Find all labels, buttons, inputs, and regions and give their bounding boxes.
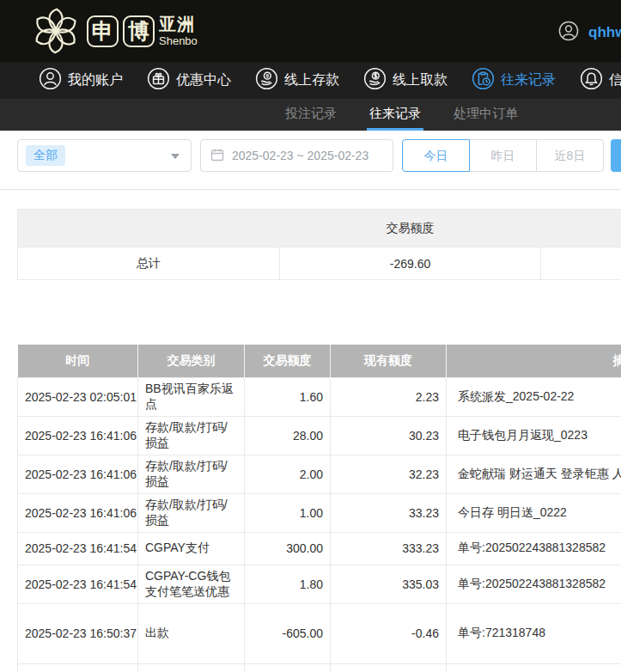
cell-amount: 1.00 <box>245 493 331 532</box>
today-button[interactable]: 今日 <box>402 139 470 172</box>
last-8-days-button[interactable]: 近8日 <box>536 139 604 172</box>
column-header-type: 交易类别 <box>138 345 245 377</box>
cell-summary: 单号:721318748 <box>447 603 621 663</box>
filter-bar: 全部 2025-02-23 ~ 2025-02-23 今日 昨日 近8日 <box>17 139 621 172</box>
cell-balance: 335.03 <box>331 565 447 603</box>
nav-item-label: 往来记录 <box>501 71 556 89</box>
table-row: 2025-02-23 16:41:54 CGPAY-CG钱包支付笔笔送优惠 1.… <box>18 565 621 603</box>
nav-item-my-account[interactable]: 我的账户 <box>39 67 123 94</box>
cell-summary: 单号:721318748 <box>447 663 621 672</box>
record-tabs: 投注记录 往来记录 处理中订单 <box>0 99 621 131</box>
cell-type: BB视讯百家乐返点 <box>138 377 245 416</box>
cell-type: CGPAY-CG钱包支付笔笔送优惠 <box>138 565 245 603</box>
table-row: 2025-02-23 16:41:06 存款/取款/打码/损益 1.00 33.… <box>18 493 621 532</box>
brand-logo[interactable]: 申 博 亚洲 Shenbo <box>29 5 198 57</box>
nav-item-label: 信 <box>609 71 621 89</box>
type-select-value: 全部 <box>26 145 65 166</box>
summary-total-value: -269.60 <box>279 247 541 280</box>
search-button[interactable] <box>611 139 621 172</box>
logo-subtext: 亚洲 Shenbo <box>159 15 198 46</box>
cell-time: 2025-02-23 16:41:06 <box>18 455 138 493</box>
date-range-input[interactable]: 2025-02-23 ~ 2025-02-23 <box>200 139 393 172</box>
cell-time: 2025-02-23 16:41:06 <box>18 493 138 532</box>
tab-transaction-records[interactable]: 往来记录 <box>367 99 423 131</box>
cell-balance: 2.23 <box>331 377 447 416</box>
calendar-icon <box>210 148 224 164</box>
nav-item-label: 我的账户 <box>68 71 123 89</box>
table-row: 2025-02-23 16:41:54 CGPAY支付 300.00 333.2… <box>18 532 621 565</box>
cell-balance: 32.23 <box>331 455 447 493</box>
cell-amount: 1.60 <box>245 377 331 416</box>
nav-item-messages[interactable]: 信 <box>580 67 621 94</box>
logo-region-text: 亚洲 <box>159 15 198 33</box>
cell-amount: 28.00 <box>245 416 331 455</box>
cell-balance: 30.23 <box>331 416 447 455</box>
cell-summary: 金蛇献瑞 财运通天 登录钜惠 人人留 <box>447 455 621 493</box>
cell-summary: 系统派发_2025-02-22 <box>447 377 621 416</box>
logo-char-bo: 博 <box>123 15 155 47</box>
cell-type: CGPAY支付 <box>138 532 245 565</box>
cell-amount: 300.00 <box>245 532 331 565</box>
table-header-row: 时间 交易类别 交易额度 现有额度 摘要 <box>18 345 621 377</box>
nav-item-withdraw[interactable]: 线上取款 <box>363 67 447 94</box>
nav-item-label: 优惠中心 <box>176 71 231 89</box>
table-row: 2025-02-23 16:41:06 存款/取款/打码/损益 28.00 30… <box>18 416 621 455</box>
cell-balance: 0.53 <box>331 663 447 672</box>
user-account[interactable]: qhhw <box>558 21 621 45</box>
bell-icon <box>580 67 603 94</box>
cell-time: 2025-02-23 16:41:06 <box>18 416 138 455</box>
column-header-balance: 现有额度 <box>331 345 447 377</box>
chevron-down-icon <box>171 154 180 159</box>
clipboard-clock-icon <box>472 67 495 94</box>
cell-amount: 1.00 <box>245 663 331 672</box>
tab-betting-records[interactable]: 投注记录 <box>283 99 339 131</box>
cell-time: 2025-02-23 16:50:37 <box>18 663 138 672</box>
nav-item-promotions[interactable]: 优惠中心 <box>147 67 231 94</box>
table-body: 2025-02-23 02:05:01 BB视讯百家乐返点 1.60 2.23 … <box>18 377 621 672</box>
cell-amount: -605.00 <box>245 603 331 663</box>
column-header-summary: 摘要 <box>447 345 621 377</box>
cell-time: 2025-02-23 02:05:01 <box>18 377 138 416</box>
hand-dollar-icon <box>363 67 387 94</box>
cell-balance: 333.23 <box>331 532 447 565</box>
cell-type: 存款/取款/打码/损益 <box>138 455 245 493</box>
logo-char-shen: 申 <box>87 15 119 47</box>
cell-summary: 单号:202502243881328582 <box>447 565 621 603</box>
nav-item-transactions[interactable]: 往来记录 <box>472 67 556 94</box>
summary-total-row: 总计 -269.60 <box>18 247 621 280</box>
quick-date-buttons: 今日 昨日 近8日 <box>402 139 604 172</box>
user-avatar-icon <box>558 21 579 45</box>
nav-item-deposit[interactable]: 线上存款 <box>255 67 339 94</box>
cell-amount: 1.80 <box>245 565 331 603</box>
column-header-time: 时间 <box>18 345 138 377</box>
summary-empty-cell <box>541 247 621 280</box>
hand-coin-icon <box>255 67 278 94</box>
tab-processing-orders[interactable]: 处理中订单 <box>451 99 521 131</box>
cell-type: CGPAY出款优惠 <box>138 663 245 672</box>
top-header: 申 博 亚洲 Shenbo qhhw <box>0 0 621 62</box>
cell-type: 出款 <box>138 603 245 663</box>
cell-time: 2025-02-23 16:50:37 <box>18 603 138 663</box>
gift-icon <box>147 67 170 94</box>
cell-balance: 33.23 <box>331 493 447 532</box>
logo-en-text: Shenbo <box>159 35 198 46</box>
cell-summary: 单号:202502243881328582 <box>447 532 621 565</box>
nav-item-label: 线上取款 <box>393 71 447 89</box>
cell-time: 2025-02-23 16:41:54 <box>18 532 138 565</box>
summary-total-label: 总计 <box>18 247 280 280</box>
nav-item-label: 线上存款 <box>284 71 339 89</box>
table-row: 2025-02-23 16:50:37 CGPAY出款优惠 1.00 0.53 … <box>18 663 621 672</box>
yesterday-button[interactable]: 昨日 <box>469 139 537 172</box>
cell-amount: 2.00 <box>245 455 331 493</box>
cell-summary: 电子钱包月月返现_0223 <box>447 416 621 455</box>
username-text: qhhw <box>588 24 621 41</box>
main-nav: 我的账户 优惠中心 线上存款 <box>0 62 621 99</box>
cell-time: 2025-02-23 16:41:54 <box>18 565 138 603</box>
table-row: 2025-02-23 16:41:06 存款/取款/打码/损益 2.00 32.… <box>18 455 621 493</box>
person-icon <box>39 67 62 94</box>
type-select[interactable]: 全部 <box>17 139 192 172</box>
column-header-amount: 交易额度 <box>245 345 331 377</box>
page: 申 博 亚洲 Shenbo qhhw <box>0 0 621 672</box>
section-divider <box>0 189 621 190</box>
table-row: 2025-02-23 02:05:01 BB视讯百家乐返点 1.60 2.23 … <box>18 377 621 416</box>
